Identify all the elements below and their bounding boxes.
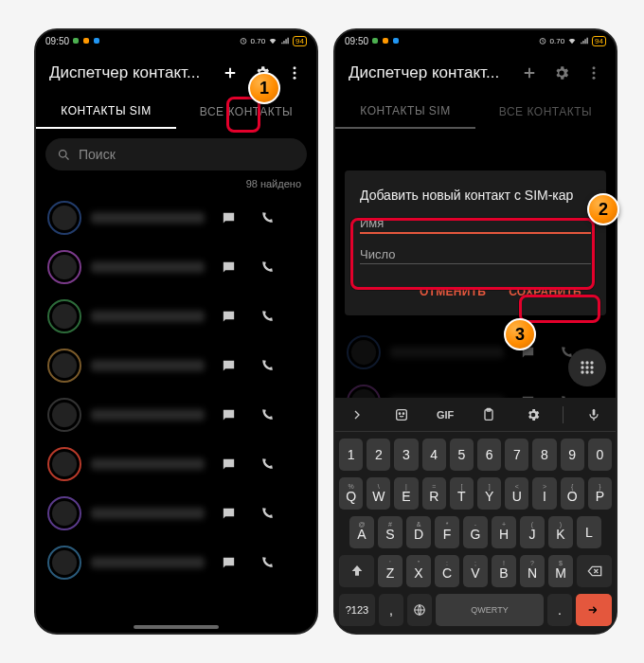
- svg-point-11: [590, 361, 593, 364]
- key-R[interactable]: =R: [422, 477, 446, 510]
- contact-row[interactable]: [36, 292, 316, 341]
- tab-sim-contacts[interactable]: КОНТАКТЫ SIM: [335, 95, 475, 129]
- call-button[interactable]: [252, 499, 280, 528]
- key-4[interactable]: 4: [422, 439, 446, 471]
- key-K[interactable]: )K: [548, 516, 573, 548]
- message-button[interactable]: [214, 450, 242, 478]
- cancel-button[interactable]: ОТМЕНИТЬ: [410, 278, 495, 306]
- message-button[interactable]: [214, 499, 242, 528]
- more-menu-button[interactable]: [578, 57, 610, 89]
- key-G[interactable]: -G: [463, 516, 488, 548]
- call-button[interactable]: [252, 401, 280, 429]
- contact-row[interactable]: [36, 242, 316, 292]
- name-field[interactable]: Имя: [360, 216, 591, 234]
- key-M[interactable]: $M: [548, 555, 573, 587]
- key-B[interactable]: !B: [492, 555, 516, 587]
- key-7[interactable]: 7: [505, 439, 528, 471]
- kb-chevron-icon[interactable]: [343, 401, 371, 429]
- message-button[interactable]: [214, 302, 242, 331]
- key-L[interactable]: L: [577, 516, 601, 548]
- key-J[interactable]: (J: [520, 516, 545, 548]
- contact-name-blurred: [91, 508, 205, 519]
- key-1[interactable]: 1: [339, 439, 363, 471]
- keyboard[interactable]: GIF 1234567890%Q\W|E=R[T]Y<U>I{O}P@A#S&D…: [335, 398, 616, 633]
- contact-name-blurred: [91, 458, 205, 470]
- call-button[interactable]: [252, 351, 280, 380]
- key-symbols[interactable]: ?123: [339, 594, 375, 626]
- key-language[interactable]: [407, 594, 432, 626]
- key-I[interactable]: >I: [532, 477, 556, 510]
- add-contact-button[interactable]: [214, 57, 246, 89]
- settings-button[interactable]: [546, 57, 578, 89]
- kb-mic-icon[interactable]: [580, 401, 608, 429]
- contact-row[interactable]: [36, 439, 316, 489]
- call-button[interactable]: [252, 302, 280, 331]
- key-3[interactable]: 3: [394, 439, 418, 471]
- message-button[interactable]: [214, 253, 242, 281]
- key-C[interactable]: :C: [435, 555, 459, 587]
- contact-row[interactable]: [36, 390, 316, 439]
- number-field[interactable]: Число: [360, 247, 591, 264]
- tab-all-contacts[interactable]: ВСЕ КОНТАКТЫ: [176, 95, 316, 129]
- key-space[interactable]: QWERTY: [436, 594, 544, 626]
- key-F[interactable]: *F: [435, 516, 459, 548]
- key-A[interactable]: @A: [349, 516, 374, 548]
- key-X[interactable]: "X: [406, 555, 431, 587]
- key-0[interactable]: 0: [588, 439, 612, 471]
- contacts-list[interactable]: [36, 193, 316, 587]
- globe-icon: [413, 603, 426, 617]
- key-N[interactable]: ?N: [520, 555, 545, 587]
- key-2[interactable]: 2: [367, 439, 390, 471]
- key-E[interactable]: |E: [394, 477, 418, 510]
- key-8[interactable]: 8: [532, 439, 556, 471]
- kb-clipboard-icon[interactable]: [474, 401, 503, 429]
- key-6[interactable]: 6: [477, 439, 501, 471]
- contact-row[interactable]: [36, 341, 316, 390]
- call-button[interactable]: [252, 450, 280, 478]
- dialpad-button[interactable]: [568, 349, 606, 386]
- key-Z[interactable]: 'Z: [378, 555, 402, 587]
- key-shift[interactable]: [339, 555, 374, 587]
- key-S[interactable]: #S: [378, 516, 402, 548]
- key-O[interactable]: {O: [561, 477, 584, 510]
- message-button[interactable]: [214, 401, 242, 429]
- search-input[interactable]: Поиск: [45, 138, 307, 170]
- key-enter[interactable]: [576, 594, 612, 626]
- android-nav-handle[interactable]: [134, 625, 219, 629]
- key-5[interactable]: 5: [450, 439, 474, 471]
- kb-settings-icon[interactable]: [519, 401, 547, 429]
- contact-row[interactable]: [36, 538, 316, 587]
- key-D[interactable]: &D: [406, 516, 431, 548]
- add-contact-button[interactable]: [513, 57, 546, 89]
- key-comma[interactable]: ,: [379, 594, 403, 626]
- message-button[interactable]: [214, 351, 242, 380]
- app-header: Диспетчер контакт...: [335, 51, 616, 95]
- call-button[interactable]: [252, 548, 280, 577]
- tab-all-contacts[interactable]: ВСЕ КОНТАКТЫ: [475, 95, 616, 129]
- message-button[interactable]: [214, 204, 242, 232]
- tab-sim-contacts[interactable]: КОНТАКТЫ SIM: [36, 95, 176, 129]
- message-button[interactable]: [214, 548, 242, 577]
- key-H[interactable]: +H: [492, 516, 516, 548]
- key-V[interactable]: ;V: [463, 555, 488, 587]
- key-W[interactable]: \W: [367, 477, 390, 510]
- key-Y[interactable]: ]Y: [477, 477, 501, 510]
- save-button[interactable]: СОХРАНИТЬ: [499, 278, 591, 306]
- contact-row[interactable]: [36, 193, 316, 242]
- call-button[interactable]: [252, 253, 280, 281]
- key-P[interactable]: }P: [588, 477, 612, 510]
- key-period[interactable]: .: [547, 594, 572, 626]
- call-button[interactable]: [252, 204, 280, 232]
- more-menu-button[interactable]: [278, 57, 311, 89]
- svg-point-17: [590, 370, 593, 373]
- svg-point-16: [585, 370, 588, 373]
- svg-point-20: [402, 413, 403, 414]
- contact-row[interactable]: [36, 489, 316, 538]
- key-U[interactable]: <U: [505, 477, 528, 510]
- key-backspace[interactable]: [577, 555, 612, 587]
- kb-sticker-icon[interactable]: [387, 401, 416, 429]
- key-Q[interactable]: %Q: [339, 477, 363, 510]
- key-9[interactable]: 9: [561, 439, 584, 471]
- kb-gif-button[interactable]: GIF: [431, 401, 459, 429]
- key-T[interactable]: [T: [450, 477, 474, 510]
